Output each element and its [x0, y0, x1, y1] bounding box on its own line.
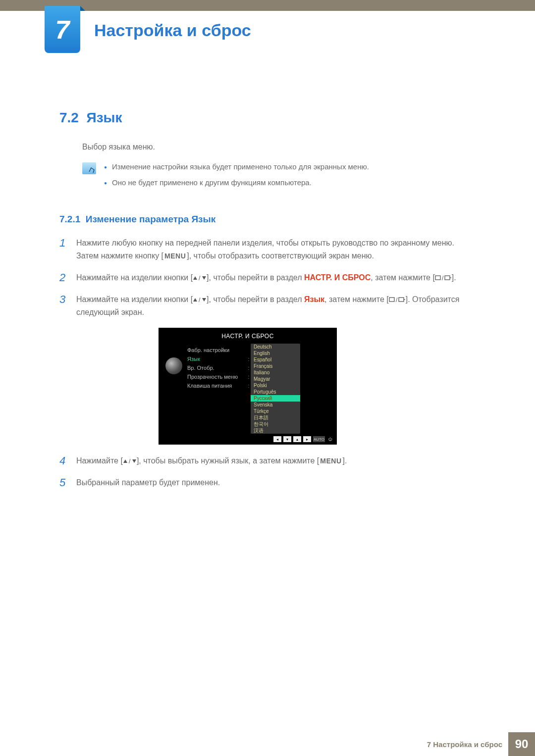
note-block: ●Изменение настройки языка будет примене…	[82, 162, 476, 194]
menu-label: MENU	[319, 457, 342, 465]
step-3: 3 Нажимайте на изделии кнопки [/], чтобы…	[59, 293, 476, 319]
step-num-2: 2	[59, 271, 76, 284]
osd-left-item-selected: Язык	[187, 354, 247, 363]
step-num-5: 5	[59, 476, 76, 489]
up-down-icon: /	[193, 275, 207, 281]
osd-power-icon: ⏻	[327, 436, 333, 442]
osd-left-item: Клавиша питания	[187, 381, 247, 390]
up-down-icon: /	[193, 297, 207, 303]
section-name: Язык	[87, 110, 122, 125]
osd-lang-item-selected: Русский	[251, 395, 300, 402]
bullet-icon: ●	[104, 162, 107, 172]
osd-screenshot: НАСТР. И СБРОС Фабр. настройки Язык Вр. …	[159, 328, 476, 445]
osd-right: Deutsch English Español Français Italian…	[251, 343, 332, 434]
chapter-number: 7	[55, 15, 70, 45]
svg-text:/: /	[199, 297, 201, 303]
osd-lang-item: 汉语	[251, 427, 300, 434]
svg-text:/: /	[199, 275, 201, 281]
subsection-title: 7.2.1 Изменение параметра Язык	[59, 214, 476, 225]
osd-lang-item: Polski	[251, 382, 300, 389]
step-2-post1: , затем нажмите [	[371, 273, 435, 282]
osd-lang-item: English	[251, 350, 300, 356]
step-2-mid: ], чтобы перейти в раздел	[207, 273, 304, 282]
svg-rect-5	[445, 276, 450, 280]
footer: 7 Настройка и сброс 90	[0, 732, 535, 756]
osd-lang-item: Italiano	[251, 369, 300, 376]
chapter-title: Настройка и сброс	[94, 21, 251, 40]
osd-lang-item: Svenska	[251, 402, 300, 408]
step-3-target: Язык	[304, 295, 324, 303]
svg-rect-10	[389, 298, 394, 302]
osd-left-item: Фабр. настройки	[187, 346, 247, 354]
osd-nav-up-icon: ▴	[293, 436, 301, 442]
step-2-post2: ].	[452, 273, 456, 282]
osd-title: НАСТР. И СБРОС	[159, 333, 337, 340]
step-num-4: 4	[59, 454, 76, 467]
step-3-mid: ], чтобы перейти в раздел	[207, 295, 304, 303]
subsection-number: 7.2.1	[59, 214, 80, 224]
osd-colons: ::::	[247, 343, 251, 434]
osd-nav-right-icon: ▸	[303, 436, 311, 442]
section-title: 7.2 Язык	[59, 110, 476, 126]
enter-source-icon: /	[435, 275, 452, 282]
osd-nav-left-icon: ◂	[273, 436, 281, 442]
step-num-3: 3	[59, 293, 76, 319]
subsection-name: Изменение параметра Язык	[86, 214, 215, 224]
svg-marker-0	[193, 276, 197, 280]
step-2-pre: Нажимайте на изделии кнопки [	[76, 273, 193, 282]
step-1: 1 Нажмите любую кнопку на передней панел…	[59, 237, 476, 262]
svg-rect-12	[399, 298, 404, 302]
up-down-icon: /	[123, 458, 137, 464]
note-item-2: ●Оно не будет применено к другим функция…	[104, 178, 369, 188]
intro-text: Выбор языка меню.	[82, 143, 476, 151]
step-4-post: ].	[343, 456, 347, 465]
step-5: 5 Выбранный параметр будет применен.	[59, 476, 476, 489]
footer-page-number: 90	[508, 732, 535, 756]
svg-text:/: /	[442, 275, 444, 282]
osd-lang-item: Deutsch	[251, 344, 300, 350]
osd-nav-down-icon: ▾	[283, 436, 291, 442]
svg-marker-14	[123, 459, 127, 463]
osd-bottom-bar: ◂ ▾ ▴ ▸ AUTO ⏻	[159, 436, 337, 443]
step-2: 2 Нажимайте на изделии кнопки [/], чтобы…	[59, 271, 476, 284]
step-1-body: Нажмите любую кнопку на передней панели …	[76, 237, 476, 262]
svg-text:/: /	[396, 297, 398, 303]
osd-panel: НАСТР. И СБРОС Фабр. настройки Язык Вр. …	[159, 328, 337, 445]
svg-rect-3	[435, 276, 440, 280]
osd-lang-item: 한국어	[251, 421, 300, 427]
step-4-mid: ], чтобы выбрать нужный язык, а затем на…	[137, 456, 319, 465]
osd-lang-item: Português	[251, 389, 300, 395]
svg-text:/: /	[129, 458, 131, 464]
step-2-target: НАСТР. И СБРОС	[304, 273, 371, 282]
menu-label: MENU	[163, 252, 187, 260]
osd-auto-label: AUTO	[313, 436, 325, 442]
svg-marker-9	[202, 298, 206, 302]
step-3-body: Нажимайте на изделии кнопки [/], чтобы п…	[76, 293, 476, 319]
osd-body: Фабр. настройки Язык Вр. Отобр. Прозрачн…	[159, 343, 337, 434]
osd-left-item: Вр. Отобр.	[187, 363, 247, 372]
osd-lang-item: Français	[251, 363, 300, 369]
page: 7 Настройка и сброс 7.2 Язык Выбор языка…	[0, 0, 535, 756]
step-4-body: Нажимайте [/], чтобы выбрать нужный язык…	[76, 454, 476, 467]
content: 7.2 Язык Выбор языка меню. ●Изменение на…	[0, 11, 535, 489]
osd-lang-item: Magyar	[251, 376, 300, 382]
step-1-post: ], чтобы отобразить соответствующий экра…	[187, 252, 374, 260]
bullet-icon: ●	[104, 178, 107, 188]
badge-curl	[80, 6, 85, 11]
svg-marker-16	[132, 459, 136, 463]
chapter-badge: 7	[45, 6, 80, 53]
step-3-post1: , затем нажмите [	[324, 295, 389, 303]
osd-lang-item: 日本語	[251, 414, 300, 421]
note-icon	[82, 162, 96, 174]
svg-marker-2	[202, 276, 206, 280]
step-4: 4 Нажимайте [/], чтобы выбрать нужный яз…	[59, 454, 476, 467]
step-5-body: Выбранный параметр будет применен.	[76, 476, 476, 489]
osd-lang-item: Español	[251, 356, 300, 363]
osd-menu-left: Фабр. настройки Язык Вр. Отобр. Прозрачн…	[187, 343, 247, 434]
step-2-body: Нажимайте на изделии кнопки [/], чтобы п…	[76, 271, 476, 284]
osd-language-list: Deutsch English Español Français Italian…	[251, 344, 300, 434]
step-4-pre: Нажимайте [	[76, 456, 123, 465]
dial-icon	[165, 357, 182, 374]
section-number: 7.2	[59, 110, 79, 125]
step-num-1: 1	[59, 237, 76, 262]
